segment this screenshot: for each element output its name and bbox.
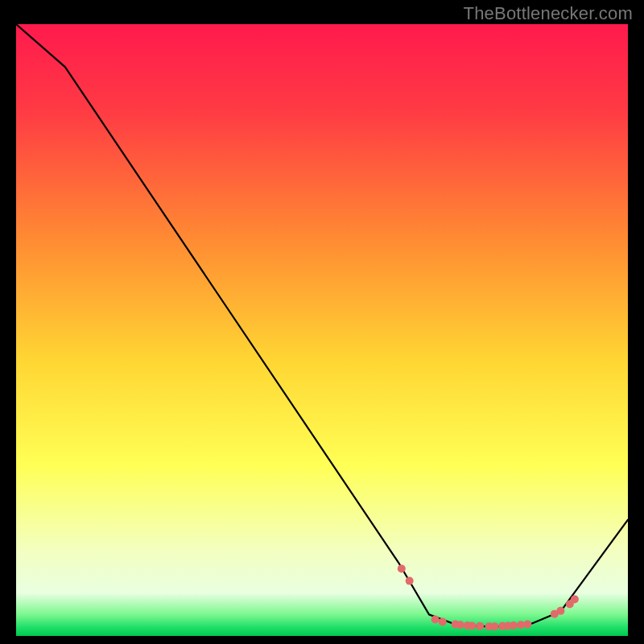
marker-dot: [523, 621, 531, 629]
bottleneck-chart: [16, 24, 628, 636]
gradient-bg: [16, 24, 628, 636]
marker-dot: [406, 577, 414, 585]
marker-dot: [398, 564, 406, 572]
marker-dot: [556, 607, 564, 615]
chart-frame: [16, 24, 628, 636]
marker-dot: [571, 595, 579, 603]
marker-dot: [476, 622, 484, 630]
watermark-text: TheBottlenecker.com: [464, 3, 633, 24]
marker-dot: [490, 622, 498, 630]
marker-dot: [439, 618, 447, 626]
marker-dot: [456, 621, 464, 629]
marker-dot: [468, 621, 476, 630]
marker-dot: [431, 615, 440, 623]
marker-dot: [510, 621, 518, 630]
